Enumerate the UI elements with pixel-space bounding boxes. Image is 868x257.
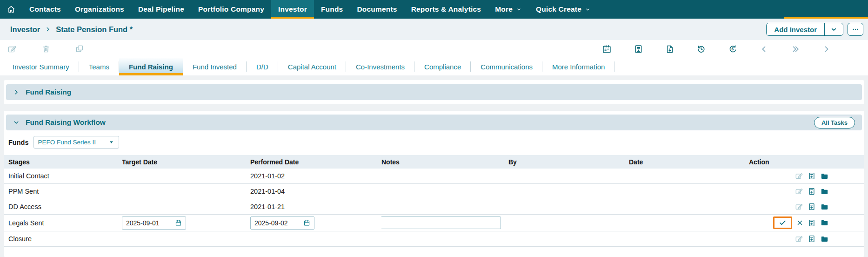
nav-item-contacts[interactable]: Contacts	[22, 0, 68, 19]
skip-forward-button[interactable]	[790, 45, 800, 54]
funds-dropdown[interactable]: PEFO Fund Series II	[33, 136, 119, 149]
currency-refresh-icon: $	[728, 44, 738, 54]
funds-selected-value: PEFO Fund Series II	[38, 139, 96, 146]
nav-item-portfolio-company[interactable]: Portfolio Company	[191, 0, 271, 19]
toolbar-right-group: $	[602, 44, 868, 54]
edit-icon	[795, 187, 803, 196]
col-by: By	[508, 158, 629, 166]
document-export-icon	[665, 44, 674, 54]
quick-create-label: Quick Create	[536, 5, 581, 14]
tab-fund-raising[interactable]: Fund Raising	[119, 58, 183, 75]
row-task-button[interactable]	[808, 203, 816, 211]
workflow-section-header[interactable]: Fund Raising Workflow All Tasks	[6, 115, 862, 130]
tab-dd[interactable]: D/D	[247, 58, 278, 75]
edit-icon	[7, 44, 17, 54]
nav-home[interactable]	[0, 0, 22, 19]
chevron-down-icon	[13, 119, 20, 126]
row-save-button[interactable]	[779, 219, 787, 227]
double-chevron-right-icon	[790, 45, 800, 54]
edit-record-button[interactable]	[7, 44, 17, 54]
row-task-button[interactable]	[808, 219, 816, 227]
trash-icon	[41, 44, 51, 54]
nav-item-investor[interactable]: Investor	[271, 0, 314, 19]
history-icon	[696, 44, 706, 54]
notes-input[interactable]	[383, 219, 497, 227]
row-folder-button[interactable]	[820, 187, 829, 196]
breadcrumb-section[interactable]: Investor	[10, 25, 40, 34]
target-date-field	[122, 216, 186, 230]
row-cancel-button[interactable]	[796, 219, 803, 226]
history-tool-button[interactable]	[696, 44, 706, 54]
col-target-date: Target Date	[122, 158, 250, 166]
row-task-button[interactable]	[808, 187, 816, 196]
stage-name: Initial Contact	[8, 172, 122, 180]
funds-filter-row: Funds PEFO Fund Series II	[4, 130, 864, 153]
edit-icon	[795, 203, 803, 211]
more-actions-button[interactable]	[848, 23, 863, 36]
record-header: Investor State Pension Fund * Add Invest…	[0, 19, 868, 40]
stage-name: PPM Sent	[8, 188, 122, 195]
add-investor-split-button: Add Investor	[766, 23, 843, 36]
row-folder-button[interactable]	[820, 203, 829, 211]
tab-content-area: Fund Raising Fund Raising Workflow All T…	[0, 75, 868, 257]
all-tasks-button[interactable]: All Tasks	[814, 117, 855, 128]
duplicate-record-button[interactable]	[75, 44, 84, 54]
performed-date-value: 2021-01-02	[250, 172, 381, 180]
nav-item-funds[interactable]: Funds	[314, 0, 350, 19]
breadcrumb-record-title: State Pension Fund *	[56, 25, 133, 34]
tab-investor-summary[interactable]: Investor Summary	[3, 58, 79, 75]
table-row-dd-access: DD Access 2021-01-21	[4, 199, 864, 215]
nav-item-organizations[interactable]: Organizations	[68, 0, 131, 19]
row-folder-button[interactable]	[820, 235, 829, 243]
currency-refresh-tool-button[interactable]: $	[728, 44, 738, 54]
calendar-icon[interactable]	[303, 219, 310, 226]
notes-field	[381, 216, 501, 229]
nav-accent-bar	[784, 17, 868, 19]
tab-teams[interactable]: Teams	[79, 58, 119, 75]
tab-communications[interactable]: Communications	[471, 58, 542, 75]
row-task-button[interactable]	[808, 172, 816, 180]
kiosk-tool-button[interactable]	[634, 44, 643, 54]
add-investor-button[interactable]: Add Investor	[767, 23, 824, 35]
dropdown-triangle-icon	[108, 139, 114, 145]
prev-record-button[interactable]	[760, 45, 768, 54]
delete-record-button[interactable]	[41, 44, 51, 54]
col-date: Date	[629, 158, 749, 166]
nav-item-quick-create[interactable]: Quick Create	[529, 0, 598, 19]
svg-text:$: $	[732, 47, 734, 51]
nav-item-deal-pipeline[interactable]: Deal Pipeline	[131, 0, 191, 19]
task-plus-icon	[808, 203, 816, 211]
add-investor-dropdown-button[interactable]	[824, 23, 843, 35]
task-plus-icon	[808, 219, 816, 227]
row-edit-button[interactable]	[795, 203, 803, 211]
document-export-tool-button[interactable]	[665, 44, 674, 54]
stage-name: Closure	[8, 235, 122, 243]
row-folder-button[interactable]	[820, 172, 829, 181]
row-folder-button[interactable]	[820, 218, 829, 227]
performed-date-input[interactable]	[254, 219, 297, 227]
nav-item-more[interactable]: More	[488, 0, 529, 19]
task-plus-icon	[808, 235, 816, 243]
tab-capital-account[interactable]: Capital Account	[278, 58, 346, 75]
table-row-legals-sent: Legals Sent	[4, 215, 864, 231]
nav-item-reports-analytics[interactable]: Reports & Analytics	[404, 0, 488, 19]
target-date-input[interactable]	[126, 219, 169, 227]
edit-icon	[795, 235, 803, 243]
calendar-tool-button[interactable]	[602, 44, 612, 54]
performed-date-value: 2021-01-21	[250, 203, 381, 210]
tab-more-information[interactable]: More Information	[542, 58, 614, 75]
fund-raising-section-title: Fund Raising	[26, 88, 71, 96]
nav-item-documents[interactable]: Documents	[350, 0, 404, 19]
workflow-section-title: Fund Raising Workflow	[26, 118, 106, 127]
row-edit-button[interactable]	[795, 187, 803, 196]
tab-co-investments[interactable]: Co-Investments	[346, 58, 414, 75]
row-task-button[interactable]	[808, 235, 816, 243]
tab-fund-invested[interactable]: Fund Invested	[183, 58, 247, 75]
next-record-button[interactable]	[822, 45, 831, 54]
fund-raising-section-header[interactable]: Fund Raising	[6, 84, 862, 100]
tab-compliance[interactable]: Compliance	[414, 58, 471, 75]
home-icon	[7, 5, 16, 14]
row-edit-button[interactable]	[795, 172, 803, 180]
row-edit-button[interactable]	[795, 235, 803, 243]
calendar-icon[interactable]	[175, 219, 182, 226]
